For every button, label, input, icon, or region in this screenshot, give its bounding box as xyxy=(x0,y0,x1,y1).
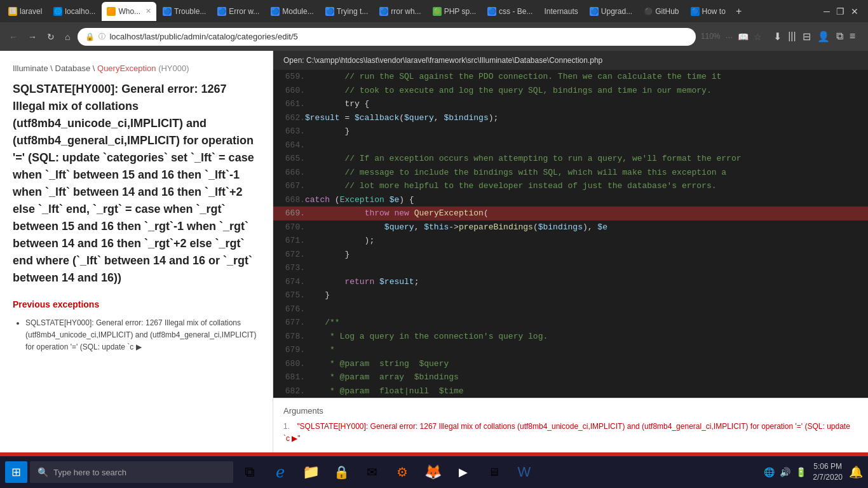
back-button[interactable]: ← xyxy=(6,29,20,44)
tab-errorw[interactable]: 🔵 Error w... xyxy=(212,2,264,21)
arguments-section: Arguments 1. "SQLSTATE[HY000]: General e… xyxy=(273,398,868,452)
tab-github[interactable]: ⚫ GitHub xyxy=(639,2,684,21)
line-code: $result = $callback($query, $bindings); xyxy=(305,111,868,125)
line-number: 677. xyxy=(273,316,305,330)
tab-phpsp[interactable]: 🟢 PHP sp... xyxy=(428,2,481,21)
taskbar-taskview[interactable]: ⧉ xyxy=(236,458,264,486)
code-panel: Open: C:\xampp\htdocs\last\vendor\larave… xyxy=(273,51,868,452)
tab-label-trying: Trying t... xyxy=(337,7,369,16)
error-breadcrumb: Illuminate \ Database \ QueryException (… xyxy=(13,64,260,73)
taskbar-network[interactable]: 🖥 xyxy=(480,458,508,486)
shield-icon: 🔒 xyxy=(334,464,349,480)
tab-label-who: Who... xyxy=(118,7,140,16)
line-number: 667. xyxy=(273,179,305,193)
line-code: /** xyxy=(305,316,868,330)
reader-mode-button[interactable]: 📖 xyxy=(738,32,749,42)
edge-icon: ℯ xyxy=(276,463,285,481)
breadcrumb-classname: QueryException xyxy=(97,64,156,73)
argument-number: 1. xyxy=(283,422,290,431)
line-code: // took to execute and log the query SQL… xyxy=(305,84,868,98)
line-number: 680. xyxy=(273,357,305,371)
taskbar-explorer[interactable]: 📁 xyxy=(297,458,325,486)
maximize-btn[interactable]: ❐ xyxy=(836,6,844,17)
forward-button[interactable]: → xyxy=(25,29,39,44)
line-code: try { xyxy=(305,97,868,111)
line-number: 679. xyxy=(273,343,305,357)
line-code: * Log a query in the connection's query … xyxy=(305,330,868,344)
address-input[interactable]: 🔒 ⓘ localhost/last/public/admin/catalog/… xyxy=(78,28,695,46)
tab-errorwh[interactable]: 🔵 rror wh... xyxy=(374,2,426,21)
taskbar-search[interactable]: 🔍 Type here to search xyxy=(30,461,233,483)
tab-favicon-css: 🔵 xyxy=(487,7,496,16)
tab-label-trouble: Trouble... xyxy=(174,7,206,16)
line-number: 682. xyxy=(273,384,305,398)
tab-close-btn[interactable]: ✕ xyxy=(146,7,151,15)
tab-favicon-errorwh: 🔵 xyxy=(379,7,388,16)
taskbar-edge[interactable]: ℯ xyxy=(266,458,294,486)
file-header: Open: C:\xampp\htdocs\last\vendor\larave… xyxy=(273,51,868,70)
url-text[interactable]: localhost/last/public/admin/catalog/cate… xyxy=(109,32,297,41)
system-clock[interactable]: 5:06 PM 2/7/2020 xyxy=(813,461,843,483)
lock-icon: 🔒 xyxy=(85,32,95,41)
line-code: throw new QueryException( xyxy=(305,207,868,220)
taskbar-search-placeholder: Type here to search xyxy=(53,468,126,477)
downloads-icon[interactable]: ⬇ xyxy=(773,30,782,43)
code-area[interactable]: 659. // run the SQL against the PDO conn… xyxy=(273,70,868,398)
taskbar-security[interactable]: 🔒 xyxy=(327,458,355,486)
taskbar-mail[interactable]: ✉ xyxy=(358,458,386,486)
line-code: // If an exception occurs when attemptin… xyxy=(305,152,868,166)
tab-upgrade[interactable]: 🔵 Upgrad... xyxy=(585,2,637,21)
tab-css[interactable]: 🔵 css - Be... xyxy=(482,2,538,21)
profile-icon[interactable]: 👤 xyxy=(817,30,830,43)
word-icon: W xyxy=(518,464,531,480)
notification-button[interactable]: 🔔 xyxy=(849,465,863,479)
tab-label-phpsp: PHP sp... xyxy=(444,7,476,16)
tab-trying[interactable]: 🔵 Trying t... xyxy=(320,2,374,21)
tab-label-github: GitHub xyxy=(655,7,679,16)
line-code: $query, $this->prepareBindings($bindings… xyxy=(305,220,868,234)
line-number: 668. xyxy=(273,193,305,207)
line-number: 660. xyxy=(273,84,305,98)
tab-favicon-github: ⚫ xyxy=(644,7,653,16)
tab-internauts[interactable]: Internauts xyxy=(539,2,583,21)
home-button[interactable]: ⌂ xyxy=(62,29,72,44)
new-tab-button[interactable]: + xyxy=(732,6,745,17)
tab-label-internauts: Internauts xyxy=(544,7,578,16)
taskbar-word[interactable]: W xyxy=(510,458,538,486)
minimize-btn[interactable]: ─ xyxy=(824,6,830,17)
clock-time: 5:06 PM xyxy=(813,461,843,472)
more-button[interactable]: ··· xyxy=(726,32,733,42)
line-number: 662. xyxy=(273,111,305,125)
line-number: 676. xyxy=(273,302,305,316)
tab-label-css: css - Be... xyxy=(499,7,532,16)
tab-trouble[interactable]: 🔵 Trouble... xyxy=(158,2,211,21)
reading-list-icon[interactable]: ||| xyxy=(788,30,796,43)
line-number: 666. xyxy=(273,166,305,180)
line-number: 665. xyxy=(273,152,305,166)
bookmark-button[interactable]: ☆ xyxy=(754,32,762,42)
extensions-icon[interactable]: ⧉ xyxy=(836,30,843,43)
tab-localhost[interactable]: 🌐 localho... xyxy=(48,2,100,21)
close-btn[interactable]: ✕ xyxy=(851,6,858,17)
start-button[interactable]: ⊞ xyxy=(5,461,27,483)
window-controls: ─ ❐ ✕ xyxy=(824,6,865,17)
tab-laravel[interactable]: 🅻 laravel xyxy=(3,2,47,21)
line-code: } xyxy=(305,288,868,302)
line-number: 672. xyxy=(273,248,305,262)
tab-label-upgrade: Upgrad... xyxy=(601,7,632,16)
taskbar-terminal[interactable]: ▶ xyxy=(449,458,477,486)
taskbar-xampp[interactable]: ⚙ xyxy=(388,458,416,486)
taskview-icon: ⧉ xyxy=(245,464,255,480)
argument-value: "SQLSTATE[HY000]: General error: 1267 Il… xyxy=(283,422,850,443)
title-bar: 🅻 laravel 🌐 localho... 🟠 Who... ✕ 🔵 Trou… xyxy=(0,0,868,22)
tab-who-active[interactable]: 🟠 Who... ✕ xyxy=(102,2,156,21)
refresh-button[interactable]: ↻ xyxy=(44,29,57,44)
taskbar-firefox[interactable]: 🦊 xyxy=(419,458,447,486)
settings-menu-icon[interactable]: ≡ xyxy=(850,30,855,43)
error-message: SQLSTATE[HY000]: General error: 1267 Ill… xyxy=(13,81,260,287)
sidebar-icon[interactable]: ⊟ xyxy=(803,30,811,43)
tab-howto[interactable]: 🔵 How to xyxy=(686,2,731,21)
tab-module[interactable]: 🔵 Module... xyxy=(266,2,318,21)
mail-icon: ✉ xyxy=(367,464,377,480)
protocol-badge: ⓘ xyxy=(98,32,105,41)
